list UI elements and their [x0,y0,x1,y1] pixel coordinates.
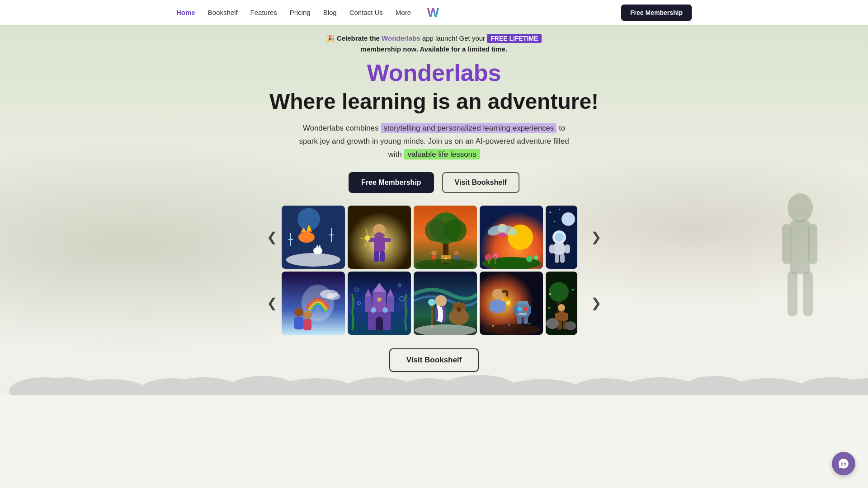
book-illustration-6 [282,272,345,335]
gallery-prev-2[interactable]: ❮ [262,296,282,310]
nav-blog[interactable]: Blog [323,9,337,16]
svg-rect-66 [549,244,555,253]
svg-point-72 [294,308,303,317]
svg-point-137 [572,289,574,291]
nav-bookshelf[interactable]: Bookshelf [208,9,238,16]
svg-point-0 [788,193,813,222]
svg-point-42 [444,258,447,260]
book-card-2[interactable] [348,206,411,269]
svg-point-76 [320,290,338,299]
book-image-10 [546,272,577,335]
svg-marker-11 [307,225,311,232]
svg-rect-24 [384,238,391,242]
hero-visit-bookshelf-button[interactable]: Visit Bookshelf [442,172,519,193]
gallery-next-1[interactable]: ❯ [586,230,606,244]
nav-home[interactable]: Home [176,9,195,16]
book-card-1[interactable] [282,206,345,269]
svg-point-61 [572,223,573,224]
svg-point-27 [365,235,370,241]
svg-point-35 [444,219,467,242]
book-illustration-1 [282,206,345,269]
book-image-8 [414,272,477,335]
svg-point-105 [492,289,503,300]
svg-point-50 [485,254,492,261]
logo-icon: W [427,5,439,19]
svg-point-60 [554,221,555,222]
svg-point-98 [449,309,469,325]
svg-point-136 [549,293,551,295]
nav-pricing[interactable]: Pricing [290,9,311,16]
svg-point-94 [435,295,447,307]
svg-marker-83 [387,289,394,296]
svg-point-135 [565,321,576,330]
book-illustration-2 [348,206,411,269]
svg-rect-13 [316,245,318,251]
book-illustration-9 [480,272,543,335]
svg-point-128 [558,304,565,311]
svg-rect-80 [365,296,372,312]
nav-membership-button[interactable]: Free Membership [621,5,692,21]
navbar: W Home Bookshelf Features Pricing Blog C… [0,0,868,25]
svg-point-74 [304,310,312,319]
nav-contact[interactable]: Contact Us [349,9,383,16]
svg-rect-41 [441,255,451,259]
hero-free-membership-button[interactable]: Free Membership [349,172,434,193]
svg-rect-65 [554,243,565,255]
nav-more[interactable]: More [396,9,411,16]
svg-marker-82 [365,289,372,296]
gallery-prev-1[interactable]: ❮ [262,230,282,244]
svg-rect-95 [435,306,446,322]
chat-icon [838,458,849,469]
book-card-10[interactable] [546,272,577,335]
svg-rect-117 [514,306,517,314]
book-card-9[interactable] [480,272,543,335]
svg-point-102 [457,307,461,312]
svg-rect-14 [319,245,321,251]
svg-point-64 [555,233,564,242]
book-card-6[interactable] [282,272,345,335]
svg-point-121 [482,324,541,335]
svg-point-103 [415,324,476,335]
svg-rect-22 [374,236,385,252]
book-card-7[interactable] [348,272,411,335]
svg-point-138 [548,307,550,309]
nav-features[interactable]: Features [250,9,277,16]
svg-rect-68 [555,254,559,263]
book-card-3[interactable] [414,206,477,269]
svg-point-49 [482,257,541,269]
book-image-3 [414,206,477,269]
book-image-2 [348,206,411,269]
announcement-badge: FREE LIFETIME [487,34,542,43]
svg-point-43 [416,259,475,269]
svg-rect-37 [432,255,436,262]
gallery-next-2[interactable]: ❯ [586,296,606,310]
svg-point-15 [286,253,340,267]
svg-rect-79 [368,303,391,330]
book-card-5[interactable] [546,206,577,269]
book-image-4 [480,206,543,269]
svg-point-90 [398,284,401,286]
nav-wrapper: W Home Bookshelf Features Pricing Blog C… [163,9,705,16]
book-illustration-4 [480,206,543,269]
svg-rect-108 [501,301,506,311]
svg-point-48 [500,223,519,237]
announcement-text-before: Celebrate the [337,34,380,42]
svg-point-21 [373,224,386,237]
svg-marker-9 [307,226,312,232]
book-image-1 [282,206,345,269]
announcement-text-middle: app launch! Get your [422,34,485,42]
svg-point-8 [298,232,315,243]
chat-button[interactable] [832,452,855,475]
bottom-bookshelf-section: Visit Bookshelf [389,348,479,390]
gallery-row-2: ❮ [262,272,606,335]
svg-rect-132 [558,320,562,329]
book-image-5 [546,206,577,269]
book-card-4[interactable] [480,206,543,269]
svg-rect-131 [564,313,568,320]
hero-section: 🎉 Celebrate the Wonderlabs app launch! G… [0,25,868,395]
hero-desc-before: Wonderlabs combines [303,124,379,132]
book-card-8[interactable] [414,272,477,335]
svg-rect-20 [348,206,411,269]
bottom-visit-bookshelf-button[interactable]: Visit Bookshelf [389,348,479,372]
svg-point-58 [559,209,560,210]
